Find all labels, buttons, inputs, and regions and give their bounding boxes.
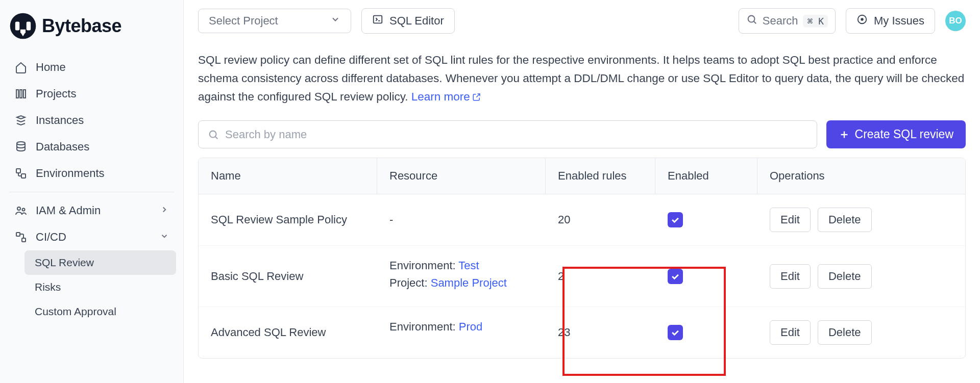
sidebar-item-sql-review[interactable]: SQL Review (24, 250, 176, 275)
projects-icon (14, 87, 28, 100)
svg-point-11 (22, 209, 25, 211)
sidebar-item-label: CI/CD (36, 231, 66, 244)
user-avatar[interactable]: BO (945, 11, 966, 31)
toolbar: Search by name Create SQL review (198, 120, 966, 148)
svg-rect-2 (27, 22, 31, 31)
cell-operations: Edit Delete (757, 307, 965, 358)
create-button-label: Create SQL review (855, 127, 953, 141)
svg-point-16 (748, 16, 754, 22)
instances-icon (14, 114, 28, 127)
environment-link[interactable]: Test (458, 259, 479, 272)
global-search[interactable]: Search ⌘ K (739, 8, 836, 34)
svg-rect-3 (20, 30, 26, 33)
sidebar-item-environments[interactable]: Environments (7, 160, 176, 187)
brand-logo[interactable]: Bytebase (7, 7, 176, 54)
sidebar-item-label: Risks (35, 281, 61, 293)
bytebase-logo-icon (9, 12, 37, 40)
sidebar-item-databases[interactable]: Databases (7, 134, 176, 160)
th-enabled: Enabled (655, 158, 757, 194)
sidebar-item-label: Databases (36, 140, 89, 154)
target-icon (856, 14, 868, 28)
cell-enabled (655, 307, 757, 358)
sidebar-item-custom-approval[interactable]: Custom Approval (24, 299, 176, 324)
cell-enabled (655, 246, 757, 307)
chevron-down-icon (160, 231, 169, 244)
search-kbd: ⌘ K (803, 15, 828, 28)
search-by-name-placeholder: Search by name (225, 128, 307, 141)
svg-point-20 (210, 131, 216, 137)
sidebar-item-label: Custom Approval (35, 305, 116, 318)
cell-enabled-rules: 20 (546, 194, 655, 245)
sidebar-item-projects[interactable]: Projects (7, 81, 176, 107)
brand-name: Bytebase (42, 15, 121, 37)
sidebar-item-label: IAM & Admin (36, 204, 101, 217)
cell-enabled-rules: 2 (546, 246, 655, 307)
topbar: Select Project SQL Editor Search ⌘ K My … (184, 0, 980, 42)
proj-prefix: Project: (389, 276, 431, 289)
edit-button[interactable]: Edit (770, 264, 811, 289)
sidebar-item-label: Environments (36, 167, 105, 180)
svg-rect-13 (22, 238, 26, 242)
search-by-name-input[interactable]: Search by name (198, 120, 817, 148)
sidebar-item-risks[interactable]: Risks (24, 275, 176, 299)
avatar-initials: BO (949, 16, 962, 26)
sidebar-item-cicd[interactable]: CI/CD (7, 224, 176, 250)
svg-point-10 (17, 207, 20, 210)
page-content: SQL review policy can define different s… (184, 42, 980, 368)
page-description: SQL review policy can define different s… (198, 51, 966, 106)
delete-button[interactable]: Delete (818, 320, 872, 345)
cell-name: Basic SQL Review (199, 246, 377, 307)
cell-resource: - (377, 194, 546, 245)
check-icon (670, 215, 680, 225)
enabled-checkbox[interactable] (668, 325, 683, 340)
external-link-icon (472, 92, 481, 101)
sidebar-item-home[interactable]: Home (7, 54, 176, 81)
sidebar-item-instances[interactable]: Instances (7, 107, 176, 134)
environment-link[interactable]: Prod (459, 320, 482, 333)
create-sql-review-button[interactable]: Create SQL review (826, 120, 966, 148)
search-icon (208, 129, 219, 140)
sql-review-table: Name Resource Enabled rules Enabled Oper… (198, 158, 966, 359)
cicd-submenu: SQL Review Risks Custom Approval (7, 250, 176, 324)
sql-editor-label: SQL Editor (389, 14, 444, 28)
sidebar-item-label: Instances (36, 114, 84, 127)
check-icon (670, 327, 680, 338)
delete-button[interactable]: Delete (818, 264, 872, 289)
project-link[interactable]: Sample Project (431, 276, 507, 289)
page-description-text: SQL review policy can define different s… (198, 54, 964, 103)
svg-point-7 (17, 142, 25, 145)
main: Select Project SQL Editor Search ⌘ K My … (184, 0, 980, 383)
cell-name: SQL Review Sample Policy (199, 194, 377, 245)
chevron-down-icon (330, 14, 340, 28)
table-row: Advanced SQL Review Environment: Prod 23… (199, 307, 965, 358)
my-issues-button[interactable]: My Issues (846, 8, 935, 34)
cell-resource: Environment: Test Project: Sample Projec… (377, 246, 546, 307)
env-prefix: Environment: (389, 320, 459, 333)
search-icon (746, 14, 757, 28)
check-icon (670, 271, 680, 282)
enabled-checkbox[interactable] (668, 269, 683, 284)
learn-more-link[interactable]: Learn more (411, 88, 481, 106)
chevron-right-icon (160, 204, 169, 217)
edit-button[interactable]: Edit (770, 208, 811, 232)
cell-enabled (655, 194, 757, 245)
sidebar-item-label: SQL Review (35, 257, 94, 269)
svg-rect-8 (16, 169, 20, 173)
svg-rect-5 (20, 90, 22, 98)
svg-rect-12 (16, 233, 20, 236)
th-enabled-rules: Enabled rules (546, 158, 655, 194)
sidebar-item-iam-admin[interactable]: IAM & Admin (7, 197, 176, 224)
select-project-dropdown[interactable]: Select Project (198, 9, 351, 33)
edit-button[interactable]: Edit (770, 320, 811, 345)
svg-line-21 (215, 136, 218, 139)
home-icon (14, 61, 28, 74)
svg-rect-9 (21, 174, 26, 178)
env-prefix: Environment: (389, 259, 458, 272)
svg-rect-6 (23, 90, 26, 98)
cell-operations: Edit Delete (757, 246, 965, 307)
delete-button[interactable]: Delete (818, 208, 872, 232)
my-issues-label: My Issues (874, 14, 924, 28)
sql-editor-button[interactable]: SQL Editor (361, 8, 455, 34)
enabled-checkbox[interactable] (668, 212, 683, 227)
table-row: SQL Review Sample Policy - 20 Edit Delet… (199, 194, 965, 246)
